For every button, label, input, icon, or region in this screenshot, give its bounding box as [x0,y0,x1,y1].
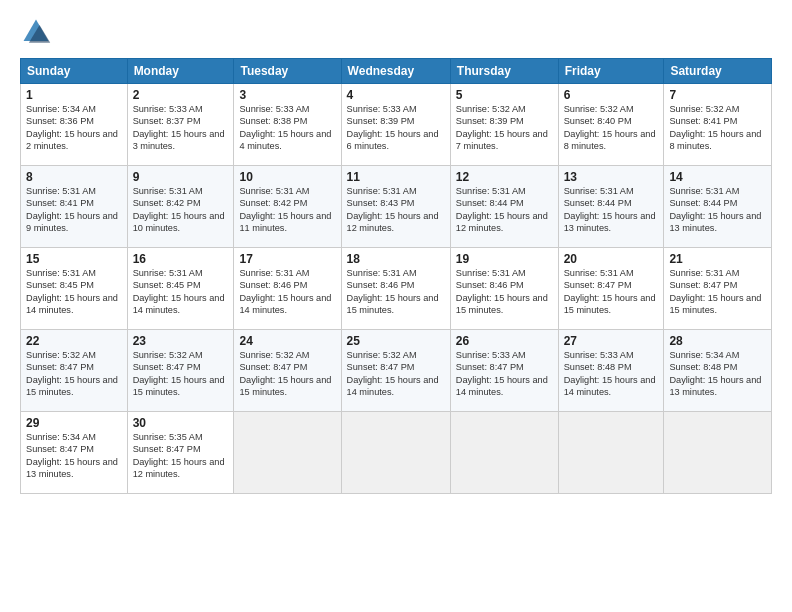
day-number: 14 [669,170,766,184]
calendar-header-thursday: Thursday [450,59,558,84]
day-info: Sunrise: 5:31 AM Sunset: 8:46 PM Dayligh… [456,267,553,317]
calendar-body: 1 Sunrise: 5:34 AM Sunset: 8:36 PM Dayli… [21,84,772,494]
day-info: Sunrise: 5:33 AM Sunset: 8:47 PM Dayligh… [456,349,553,399]
day-info: Sunrise: 5:34 AM Sunset: 8:36 PM Dayligh… [26,103,122,153]
day-number: 25 [347,334,445,348]
day-number: 9 [133,170,229,184]
day-info: Sunrise: 5:31 AM Sunset: 8:47 PM Dayligh… [564,267,659,317]
day-number: 7 [669,88,766,102]
calendar-cell [558,412,664,494]
day-info: Sunrise: 5:31 AM Sunset: 8:41 PM Dayligh… [26,185,122,235]
calendar-cell: 30 Sunrise: 5:35 AM Sunset: 8:47 PM Dayl… [127,412,234,494]
day-info: Sunrise: 5:32 AM Sunset: 8:47 PM Dayligh… [347,349,445,399]
day-number: 16 [133,252,229,266]
calendar-cell: 5 Sunrise: 5:32 AM Sunset: 8:39 PM Dayli… [450,84,558,166]
day-number: 3 [239,88,335,102]
day-number: 18 [347,252,445,266]
calendar-cell: 27 Sunrise: 5:33 AM Sunset: 8:48 PM Dayl… [558,330,664,412]
day-number: 21 [669,252,766,266]
calendar-cell: 11 Sunrise: 5:31 AM Sunset: 8:43 PM Dayl… [341,166,450,248]
day-info: Sunrise: 5:31 AM Sunset: 8:47 PM Dayligh… [669,267,766,317]
calendar-cell: 7 Sunrise: 5:32 AM Sunset: 8:41 PM Dayli… [664,84,772,166]
calendar-cell: 29 Sunrise: 5:34 AM Sunset: 8:47 PM Dayl… [21,412,128,494]
calendar-week-1: 1 Sunrise: 5:34 AM Sunset: 8:36 PM Dayli… [21,84,772,166]
day-info: Sunrise: 5:33 AM Sunset: 8:39 PM Dayligh… [347,103,445,153]
calendar-cell: 3 Sunrise: 5:33 AM Sunset: 8:38 PM Dayli… [234,84,341,166]
day-info: Sunrise: 5:32 AM Sunset: 8:47 PM Dayligh… [133,349,229,399]
calendar-cell: 2 Sunrise: 5:33 AM Sunset: 8:37 PM Dayli… [127,84,234,166]
logo-icon [20,16,52,48]
calendar-cell: 23 Sunrise: 5:32 AM Sunset: 8:47 PM Dayl… [127,330,234,412]
day-info: Sunrise: 5:34 AM Sunset: 8:47 PM Dayligh… [26,431,122,481]
calendar-cell: 4 Sunrise: 5:33 AM Sunset: 8:39 PM Dayli… [341,84,450,166]
day-info: Sunrise: 5:31 AM Sunset: 8:43 PM Dayligh… [347,185,445,235]
day-number: 26 [456,334,553,348]
calendar-cell: 13 Sunrise: 5:31 AM Sunset: 8:44 PM Dayl… [558,166,664,248]
calendar-week-3: 15 Sunrise: 5:31 AM Sunset: 8:45 PM Dayl… [21,248,772,330]
day-info: Sunrise: 5:31 AM Sunset: 8:44 PM Dayligh… [456,185,553,235]
day-number: 8 [26,170,122,184]
day-info: Sunrise: 5:32 AM Sunset: 8:47 PM Dayligh… [239,349,335,399]
day-number: 4 [347,88,445,102]
calendar-header-tuesday: Tuesday [234,59,341,84]
calendar-week-2: 8 Sunrise: 5:31 AM Sunset: 8:41 PM Dayli… [21,166,772,248]
calendar-header-wednesday: Wednesday [341,59,450,84]
day-number: 6 [564,88,659,102]
calendar-header-friday: Friday [558,59,664,84]
calendar-cell [341,412,450,494]
day-info: Sunrise: 5:33 AM Sunset: 8:48 PM Dayligh… [564,349,659,399]
day-info: Sunrise: 5:31 AM Sunset: 8:44 PM Dayligh… [669,185,766,235]
day-info: Sunrise: 5:31 AM Sunset: 8:45 PM Dayligh… [133,267,229,317]
header [20,16,772,48]
calendar-cell [664,412,772,494]
calendar-cell: 26 Sunrise: 5:33 AM Sunset: 8:47 PM Dayl… [450,330,558,412]
calendar-cell: 17 Sunrise: 5:31 AM Sunset: 8:46 PM Dayl… [234,248,341,330]
calendar-header-row: SundayMondayTuesdayWednesdayThursdayFrid… [21,59,772,84]
day-info: Sunrise: 5:33 AM Sunset: 8:38 PM Dayligh… [239,103,335,153]
day-number: 22 [26,334,122,348]
calendar-cell: 10 Sunrise: 5:31 AM Sunset: 8:42 PM Dayl… [234,166,341,248]
logo [20,16,56,48]
calendar-cell: 22 Sunrise: 5:32 AM Sunset: 8:47 PM Dayl… [21,330,128,412]
day-number: 1 [26,88,122,102]
day-number: 10 [239,170,335,184]
day-info: Sunrise: 5:32 AM Sunset: 8:40 PM Dayligh… [564,103,659,153]
day-number: 13 [564,170,659,184]
day-number: 17 [239,252,335,266]
day-info: Sunrise: 5:32 AM Sunset: 8:47 PM Dayligh… [26,349,122,399]
calendar-week-4: 22 Sunrise: 5:32 AM Sunset: 8:47 PM Dayl… [21,330,772,412]
day-info: Sunrise: 5:31 AM Sunset: 8:42 PM Dayligh… [239,185,335,235]
calendar-cell: 1 Sunrise: 5:34 AM Sunset: 8:36 PM Dayli… [21,84,128,166]
calendar-cell: 14 Sunrise: 5:31 AM Sunset: 8:44 PM Dayl… [664,166,772,248]
calendar-cell [450,412,558,494]
day-number: 11 [347,170,445,184]
day-number: 24 [239,334,335,348]
calendar-cell: 20 Sunrise: 5:31 AM Sunset: 8:47 PM Dayl… [558,248,664,330]
day-info: Sunrise: 5:34 AM Sunset: 8:48 PM Dayligh… [669,349,766,399]
calendar-cell: 9 Sunrise: 5:31 AM Sunset: 8:42 PM Dayli… [127,166,234,248]
calendar-cell: 8 Sunrise: 5:31 AM Sunset: 8:41 PM Dayli… [21,166,128,248]
calendar-cell: 21 Sunrise: 5:31 AM Sunset: 8:47 PM Dayl… [664,248,772,330]
calendar-header-sunday: Sunday [21,59,128,84]
day-info: Sunrise: 5:31 AM Sunset: 8:46 PM Dayligh… [239,267,335,317]
day-number: 19 [456,252,553,266]
day-number: 2 [133,88,229,102]
day-number: 20 [564,252,659,266]
day-info: Sunrise: 5:33 AM Sunset: 8:37 PM Dayligh… [133,103,229,153]
day-number: 15 [26,252,122,266]
calendar-table: SundayMondayTuesdayWednesdayThursdayFrid… [20,58,772,494]
calendar-cell: 18 Sunrise: 5:31 AM Sunset: 8:46 PM Dayl… [341,248,450,330]
calendar-cell: 24 Sunrise: 5:32 AM Sunset: 8:47 PM Dayl… [234,330,341,412]
page: SundayMondayTuesdayWednesdayThursdayFrid… [0,0,792,612]
day-number: 29 [26,416,122,430]
day-info: Sunrise: 5:32 AM Sunset: 8:39 PM Dayligh… [456,103,553,153]
calendar-header-monday: Monday [127,59,234,84]
day-info: Sunrise: 5:31 AM Sunset: 8:42 PM Dayligh… [133,185,229,235]
calendar-cell: 16 Sunrise: 5:31 AM Sunset: 8:45 PM Dayl… [127,248,234,330]
day-info: Sunrise: 5:31 AM Sunset: 8:45 PM Dayligh… [26,267,122,317]
day-info: Sunrise: 5:32 AM Sunset: 8:41 PM Dayligh… [669,103,766,153]
day-number: 12 [456,170,553,184]
day-number: 23 [133,334,229,348]
calendar-cell: 15 Sunrise: 5:31 AM Sunset: 8:45 PM Dayl… [21,248,128,330]
calendar-week-5: 29 Sunrise: 5:34 AM Sunset: 8:47 PM Dayl… [21,412,772,494]
